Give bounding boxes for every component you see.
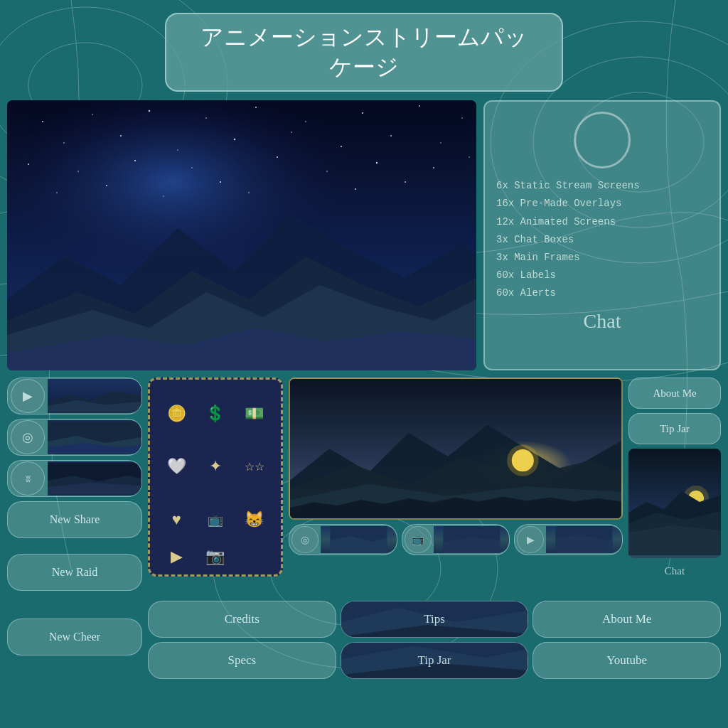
instagram-preview-bg — [48, 420, 141, 454]
svg-point-32 — [326, 171, 328, 172]
svg-point-20 — [120, 135, 122, 136]
svg-point-17 — [419, 105, 420, 107]
svg-point-23 — [291, 132, 292, 133]
svg-point-16 — [362, 112, 363, 114]
youtube-preview-bg — [48, 379, 141, 413]
svg-point-28 — [77, 171, 79, 172]
discord-button[interactable]: ʬ — [7, 460, 142, 497]
sticker-coins: 🪙 — [167, 405, 186, 423]
sticker-star: ✦ — [209, 457, 222, 476]
svg-point-24 — [341, 146, 342, 147]
svg-point-35 — [469, 156, 469, 157]
svg-point-31 — [277, 156, 278, 158]
features-panel: 6x Static Stream Screens 16x Pre-Made Ov… — [483, 100, 721, 370]
main-preview — [7, 100, 476, 370]
play-small-btn[interactable]: ▶ — [514, 524, 623, 555]
instagram-button[interactable]: ◎ — [7, 419, 142, 456]
sticker-play: ▶ — [171, 547, 183, 566]
play-small-icon: ▶ — [517, 526, 544, 553]
right-preview — [628, 449, 721, 558]
svg-point-14 — [255, 107, 257, 108]
sticker-stars: ☆☆ — [245, 460, 264, 473]
sticker-heart-fill: ♥ — [172, 510, 181, 529]
svg-point-10 — [42, 121, 43, 122]
credits-button[interactable]: Credits — [148, 601, 336, 638]
sticker-cat: 😸 — [245, 510, 264, 529]
discord-icon: ʬ — [11, 461, 45, 496]
decorative-circle — [574, 112, 631, 168]
svg-point-19 — [63, 142, 65, 144]
center-area: ◎ 📺 ▶ — [289, 378, 623, 555]
svg-point-37 — [106, 185, 107, 186]
svg-point-29 — [134, 160, 136, 161]
svg-point-38 — [163, 196, 164, 196]
small-buttons-row: ◎ 📺 ▶ — [289, 524, 623, 555]
right-panel: About Me Tip Jar — [628, 378, 721, 580]
page-title: アニメーションストリームパッケージ — [165, 13, 563, 92]
left-button-column: ▶ ◎ — [7, 378, 142, 591]
svg-point-13 — [205, 117, 207, 119]
svg-point-18 — [461, 117, 462, 118]
play-btn-bg — [546, 526, 622, 553]
svg-point-36 — [56, 192, 58, 193]
sticker-dollar: 💲 — [205, 405, 225, 423]
svg-point-39 — [220, 181, 221, 183]
svg-point-12 — [149, 110, 150, 112]
sticker-camera: 📷 — [205, 547, 225, 566]
svg-point-25 — [390, 135, 392, 136]
about-me-bottom-button[interactable]: About Me — [532, 601, 721, 638]
svg-point-33 — [376, 162, 378, 164]
sticker-money: 💵 — [245, 405, 264, 423]
svg-point-63 — [507, 445, 538, 476]
instagram-icon: ◎ — [11, 420, 45, 454]
tip-jar-button[interactable]: Tip Jar — [628, 413, 721, 444]
sticker-panel: 🪙 💲 💵 🤍 ✦ ☆☆ ♥ 📺 😸 ▶ 📷 — [148, 378, 283, 577]
new-raid-button[interactable]: New Raid — [7, 554, 142, 591]
discord-preview-bg — [48, 461, 141, 496]
insta-small-btn[interactable]: ◎ — [289, 524, 397, 555]
svg-point-42 — [405, 181, 406, 183]
new-share-button[interactable]: New Share — [7, 501, 142, 538]
tips-button[interactable]: Tips — [341, 601, 529, 638]
features-list: 6x Static Stream Screens 16x Pre-Made Ov… — [496, 177, 708, 302]
svg-point-40 — [248, 192, 250, 193]
instagram-small-icon: ◎ — [291, 526, 318, 553]
svg-point-34 — [433, 167, 434, 168]
youtube-icon: ▶ — [11, 379, 45, 413]
sticker-heart-outline: 🤍 — [167, 457, 186, 476]
tip-jar-bottom-button[interactable]: Tip Jar — [341, 642, 529, 679]
sticker-twitch: 📺 — [208, 512, 223, 528]
right-chat-label: Chat — [628, 562, 721, 580]
twitch-small-icon: 📺 — [405, 526, 432, 553]
insta-btn-bg — [321, 526, 397, 553]
bottom-grid: Credits Tips About Me Specs — [148, 601, 721, 679]
twitch-btn-bg — [434, 526, 510, 553]
twitch-small-btn[interactable]: 📺 — [402, 524, 510, 555]
about-me-button[interactable]: About Me — [628, 378, 721, 409]
secondary-preview — [289, 378, 623, 520]
svg-point-41 — [355, 188, 356, 190]
chat-label: Chat — [496, 310, 708, 333]
svg-point-21 — [177, 149, 178, 150]
youtube-button[interactable]: ▶ — [7, 378, 142, 414]
youtube-bottom-button[interactable]: Youtube — [532, 642, 721, 679]
new-cheer-button[interactable]: New Cheer — [7, 619, 142, 655]
svg-point-26 — [440, 142, 441, 143]
svg-point-15 — [305, 121, 306, 122]
specs-button[interactable]: Specs — [148, 642, 336, 679]
svg-point-27 — [28, 164, 29, 165]
svg-point-11 — [92, 114, 93, 115]
svg-point-22 — [234, 139, 235, 140]
svg-point-30 — [191, 167, 192, 168]
